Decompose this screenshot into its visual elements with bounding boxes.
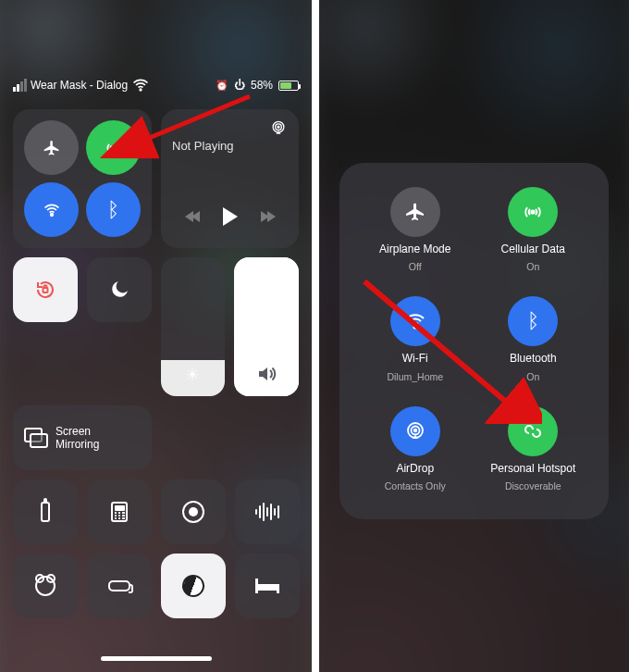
status-bar: Wear Mask - Dialog ⏰ ⏻ 58% — [0, 76, 312, 94]
hotspot-cell[interactable]: Personal Hotspot Discoverable — [475, 406, 593, 492]
cellular-data-toggle[interactable] — [86, 120, 141, 175]
wifi-status-icon — [131, 76, 150, 94]
volume-icon — [255, 363, 278, 396]
cellular-label: Cellular Data — [501, 243, 565, 255]
svg-rect-6 — [43, 288, 47, 292]
bluetooth-icon: ᛒ — [107, 198, 119, 222]
airplane-mode-toggle[interactable] — [24, 120, 79, 175]
wifi-toggle[interactable] — [390, 296, 440, 346]
svg-point-11 — [413, 429, 416, 431]
cellular-sub: On — [526, 261, 539, 272]
hotspot-toggle[interactable] — [508, 406, 558, 456]
airplay-icon[interactable] — [269, 118, 288, 137]
home-indicator[interactable] — [101, 656, 212, 661]
svg-point-2 — [50, 213, 53, 216]
bluetooth-cell[interactable]: ᛒ Bluetooth On — [475, 296, 593, 381]
bluetooth-sub: On — [526, 371, 539, 382]
next-track-button[interactable] — [263, 211, 276, 222]
cellular-data-cell[interactable]: Cellular Data On — [475, 187, 593, 272]
carrier-label: Wear Mask - Dialog — [31, 79, 128, 92]
prev-track-button[interactable] — [185, 211, 198, 222]
dark-mode-icon — [179, 572, 208, 601]
svg-point-0 — [140, 89, 142, 91]
airplane-mode-toggle[interactable] — [390, 187, 440, 237]
airdrop-toggle[interactable] — [390, 406, 440, 456]
cellular-data-toggle[interactable] — [508, 187, 558, 237]
screen-mirroring-icon — [24, 428, 48, 448]
low-power-toggle[interactable] — [87, 554, 152, 618]
brightness-icon: ☀︎ — [185, 365, 200, 396]
airplane-mode-cell[interactable]: Airplane Mode Off — [356, 187, 475, 272]
flashlight-icon — [41, 502, 50, 522]
airplane-sub: Off — [409, 261, 422, 272]
calculator-button[interactable] — [87, 479, 152, 544]
low-power-icon-tile — [108, 580, 130, 591]
airplane-label: Airplane Mode — [379, 243, 450, 255]
bluetooth-label: Bluetooth — [510, 352, 557, 365]
screenshot-left: Wear Mask - Dialog ⏰ ⏻ 58% — [0, 0, 312, 672]
wifi-label: Wi-Fi — [402, 352, 428, 365]
battery-icon — [278, 81, 299, 91]
media-tile[interactable]: Not Playing — [161, 109, 299, 248]
hearing-button[interactable] — [235, 479, 300, 544]
cell-signal-icon — [13, 79, 27, 92]
screen-mirroring-button[interactable]: Screen Mirroring — [13, 405, 152, 470]
sleep-button[interactable] — [235, 554, 300, 618]
svg-point-7 — [532, 210, 535, 213]
rotation-lock-toggle[interactable] — [13, 257, 78, 322]
battery-pct: 58% — [251, 79, 273, 92]
alarm-icon: ⏰ — [216, 80, 228, 92]
calculator-icon — [111, 502, 128, 522]
airdrop-label: AirDrop — [396, 462, 434, 475]
bluetooth-toggle[interactable]: ᛒ — [508, 296, 558, 346]
do-not-disturb-toggle[interactable] — [87, 257, 152, 322]
svg-point-5 — [278, 126, 279, 128]
hotspot-label: Personal Hotspot — [490, 462, 575, 475]
volume-slider[interactable] — [234, 257, 299, 396]
airdrop-cell[interactable]: AirDrop Contacts Only — [356, 406, 475, 492]
alarm-button[interactable] — [13, 554, 78, 618]
svg-point-8 — [413, 326, 416, 329]
screenshot-right: Airplane Mode Off Cellular Data On — [319, 0, 629, 672]
play-button[interactable] — [223, 207, 238, 226]
bluetooth-icon: ᛒ — [527, 309, 539, 333]
wifi-sub: Dilum_Home — [387, 371, 443, 382]
control-center: ᛒ Not Playing — [13, 109, 299, 618]
low-power-icon: ⏻ — [234, 79, 245, 92]
now-playing-label: Not Playing — [172, 139, 288, 153]
bed-icon — [255, 579, 279, 593]
dark-mode-toggle[interactable] — [161, 554, 226, 618]
airdrop-sub: Contacts Only — [385, 480, 446, 492]
screen-record-button[interactable] — [161, 479, 226, 544]
wifi-cell[interactable]: Wi-Fi Dilum_Home — [356, 296, 475, 381]
screen-mirroring-label: Screen Mirroring — [56, 425, 99, 451]
connectivity-expanded-panel[interactable]: Airplane Mode Off Cellular Data On — [339, 163, 609, 519]
flashlight-toggle[interactable] — [13, 479, 78, 544]
svg-point-1 — [112, 146, 115, 149]
waveform-icon — [255, 503, 279, 521]
connectivity-tile[interactable]: ᛒ — [13, 109, 152, 248]
hotspot-sub: Discoverable — [505, 480, 561, 492]
wifi-toggle[interactable] — [24, 182, 79, 237]
bluetooth-toggle[interactable]: ᛒ — [86, 182, 141, 237]
record-icon — [182, 501, 204, 523]
brightness-slider[interactable]: ☀︎ — [161, 257, 226, 396]
alarm-clock-icon — [35, 576, 56, 596]
pane-divider — [312, 0, 319, 672]
